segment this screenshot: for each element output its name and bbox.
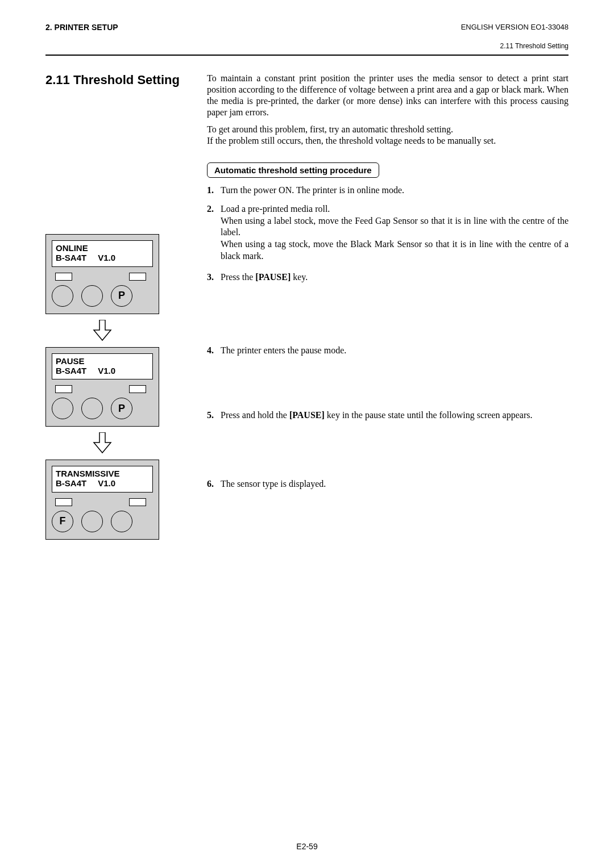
header-right: ENGLISH VERSION EO1-33048 [461,23,569,32]
step-5-post: key in the pause state until the followi… [325,410,533,420]
step-5: 5. Press and hold the [PAUSE] key in the… [207,410,569,422]
intro-para-2a: To get around this problem, first, try a… [207,124,453,134]
lcd-display: TRANSMISSIVE B-SA4T V1.0 [52,466,153,493]
step-2-sub1: When using a label stock, move the Feed … [221,215,569,239]
lcd-line2a: B-SA4T [56,366,86,375]
lcd-line2b: V1.0 [98,366,115,375]
step-5-pre: Press and hold the [221,410,289,420]
step-text: The sensor type is displayed. [221,478,569,490]
panel-button-pause[interactable]: P [111,398,132,419]
step-2-main: Load a pre-printed media roll. [221,204,330,214]
step-2: 2. Load a pre-printed media roll. When u… [207,203,569,262]
step-3: 3. Press the [PAUSE] key. [207,272,569,283]
step-3-pre: Press the [221,272,255,282]
page-footer: E2-59 [0,842,614,851]
printer-panel-online: ONLINE B-SA4T V1.0 P [45,234,159,314]
intro-para-2: To get around this problem, first, try a… [207,124,569,147]
step-5-bold: [PAUSE] [289,410,325,420]
panel-button-3[interactable] [111,511,132,532]
step-text: Press and hold the [PAUSE] key in the pa… [221,410,569,422]
led-indicator [55,273,72,281]
step-2-sub2: When using a tag stock, move the Black M… [221,239,569,262]
step-num: 4. [207,345,221,357]
header-left: 2. PRINTER SETUP [45,23,118,32]
step-4: 4. The printer enters the pause mode. [207,345,569,357]
panel-button-1[interactable] [52,285,73,307]
intro-para-2b: If the problem still occurs, then, the t… [207,136,496,145]
step-text: Press the [PAUSE] key. [221,272,569,283]
header-sub: 2.11 Threshold Setting [45,42,569,50]
step-6: 6. The sensor type is displayed. [207,478,569,490]
step-3-bold: [PAUSE] [255,272,291,282]
arrow-down-icon [45,432,159,456]
panel-button-pause[interactable]: P [111,285,132,307]
step-3-post: key. [291,272,308,282]
step-1: 1. Turn the power ON. The printer is in … [207,185,569,197]
lcd-line2a: B-SA4T [56,253,86,262]
step-text: Load a pre-printed media roll. When usin… [221,203,569,262]
step-num: 6. [207,478,221,490]
led-indicator [129,385,146,393]
lcd-line1: TRANSMISSIVE [56,469,149,478]
lcd-line1: PAUSE [56,356,149,366]
led-indicator [129,498,146,506]
led-indicator [55,498,72,506]
intro-para-1: To maintain a constant print position th… [207,73,569,118]
lcd-line1: ONLINE [56,243,149,253]
led-indicator [55,385,72,393]
panel-button-2[interactable] [81,398,103,419]
step-num: 5. [207,410,221,422]
procedure-label: Automatic threshold setting procedure [207,162,379,178]
led-indicator [129,273,146,281]
section-title: 2.11 Threshold Setting [45,73,199,87]
step-6-num: 6. [207,479,214,489]
step-text: The printer enters the pause mode. [221,345,569,357]
lcd-display: PAUSE B-SA4T V1.0 [52,353,153,380]
lcd-line2b: V1.0 [98,478,115,488]
step-num: 1. [207,185,221,197]
header-rule [45,55,569,56]
step-text: Turn the power ON. The printer is in onl… [221,185,569,197]
lcd-line2a: B-SA4T [56,478,86,488]
arrow-down-icon [45,320,159,344]
step-num: 2. [207,203,221,262]
panel-button-feed[interactable]: F [52,511,73,532]
printer-panel-transmissive: TRANSMISSIVE B-SA4T V1.0 F [45,460,159,540]
lcd-line2b: V1.0 [98,253,115,262]
printer-panel-pause: PAUSE B-SA4T V1.0 P [45,347,159,427]
panel-button-1[interactable] [52,398,73,419]
panel-button-2[interactable] [81,285,103,307]
lcd-display: ONLINE B-SA4T V1.0 [52,240,153,267]
step-num: 3. [207,272,221,283]
panel-button-2[interactable] [81,511,103,532]
